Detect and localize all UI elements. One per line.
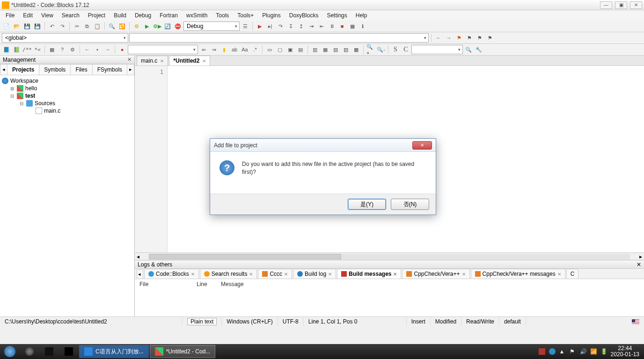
debug-next-instr-icon[interactable]: ⇥ — [307, 22, 316, 31]
menu-wxsmith[interactable]: wxSmith — [183, 11, 211, 20]
win4-icon[interactable]: ▨ — [341, 45, 351, 54]
tab-scroll-right[interactable]: ▸ — [127, 64, 134, 75]
save-icon[interactable]: 💾 — [22, 22, 32, 31]
debug-info-icon[interactable]: ℹ — [358, 22, 367, 31]
tray-up-icon[interactable]: ▲ — [559, 348, 566, 355]
cut-icon[interactable]: ✂ — [72, 22, 81, 31]
taskbar-item-nox[interactable] — [40, 345, 59, 358]
logs-tab-codeblocks[interactable]: Code::Blocks✕ — [144, 269, 199, 279]
taskbar-item-gear[interactable] — [20, 345, 39, 358]
menu-edit[interactable]: Edit — [19, 11, 37, 20]
tree-workspace[interactable]: Workspace — [2, 77, 132, 85]
match-case-icon[interactable]: Aa — [240, 45, 249, 54]
jump-back-icon[interactable]: ← — [82, 45, 92, 54]
new-file-icon[interactable]: 📄 — [2, 22, 11, 31]
win1-icon[interactable]: ▥ — [310, 45, 320, 54]
regex-icon[interactable]: .* — [250, 45, 260, 54]
editor-tab-main-c[interactable]: main.c ✕ — [137, 56, 168, 65]
highlight-icon[interactable]: ▮ — [220, 45, 229, 54]
menu-tools[interactable]: Tools — [212, 11, 233, 20]
save-all-icon[interactable]: 💾 — [33, 22, 42, 31]
replace-icon[interactable]: 🔁 — [117, 22, 127, 31]
tab-fsymbols[interactable]: FSymbols — [92, 64, 127, 75]
close-tab-icon[interactable]: ✕ — [160, 58, 164, 64]
search2-icon[interactable]: 🔍 — [464, 45, 473, 54]
taskbar-item-terminal[interactable] — [59, 345, 78, 358]
minimize-button[interactable]: — — [600, 1, 612, 9]
zoom-in-icon[interactable]: 🔍+ — [366, 45, 375, 54]
tab-symbols[interactable]: Symbols — [39, 64, 71, 75]
menu-file[interactable]: File — [2, 11, 18, 20]
management-close-icon[interactable]: ✕ — [127, 57, 132, 63]
scroll-right-icon[interactable]: ▸ — [637, 253, 644, 260]
copy-icon[interactable]: ⧉ — [82, 22, 92, 31]
close-button[interactable]: ✕ — [630, 1, 642, 9]
close-icon[interactable]: ✕ — [249, 272, 253, 277]
search-combo[interactable] — [128, 45, 198, 54]
logs-tab-buildmessages[interactable]: Build messages✕ — [337, 269, 401, 279]
debug-next-icon[interactable]: ↷ — [276, 22, 285, 31]
close-icon[interactable]: ✕ — [284, 272, 288, 277]
doxy-line-icon[interactable]: *< — [33, 45, 42, 54]
editor-hscrollbar[interactable]: ◂ ▸ — [135, 252, 644, 260]
menu-doxyblocks[interactable]: DoxyBlocks — [285, 11, 322, 20]
win5-icon[interactable]: ▩ — [351, 45, 361, 54]
rebuild-icon[interactable]: 🔄 — [163, 22, 172, 31]
undo-icon[interactable]: ↶ — [47, 22, 57, 31]
box1-icon[interactable]: ▢ — [275, 45, 285, 54]
scroll-left-icon[interactable]: ◂ — [135, 253, 141, 260]
status-filetype[interactable]: Plain text — [187, 318, 217, 325]
tab-scroll-left[interactable]: ◂ — [0, 64, 7, 75]
logs-close-icon[interactable]: ✕ — [637, 261, 641, 268]
debug-stop-icon[interactable]: ■ — [337, 22, 347, 31]
nav-back-icon[interactable]: ← — [434, 33, 443, 43]
bookmark-clear-icon[interactable]: ⚑ — [485, 33, 495, 43]
doxy-run-icon[interactable]: ▦ — [47, 45, 57, 54]
tree-project-hello[interactable]: ⊞ hello — [2, 85, 132, 92]
next-result-icon[interactable]: ⇒ — [209, 45, 219, 54]
close-tab-icon[interactable]: ✕ — [202, 58, 206, 64]
tree-project-test[interactable]: ⊟ test — [2, 92, 132, 100]
bookmark-prev-icon[interactable]: ⚑ — [465, 33, 474, 43]
scope-dropdown[interactable]: <global> — [2, 33, 128, 43]
logs-tab-buildlog[interactable]: Build log✕ — [293, 269, 336, 279]
win3-icon[interactable]: ▧ — [331, 45, 340, 54]
jump-fwd-icon[interactable]: → — [103, 45, 112, 54]
tray-flag-icon[interactable]: ⚑ — [570, 348, 576, 355]
tab-projects[interactable]: Projects — [7, 64, 39, 75]
build-run-icon[interactable]: ⚙▶ — [153, 22, 162, 31]
tree-folder-sources[interactable]: ⊟ Sources — [2, 100, 132, 107]
menu-view[interactable]: View — [37, 11, 57, 20]
debug-step-out-icon[interactable]: ↥ — [296, 22, 306, 31]
taskbar-item-codeblocks[interactable]: *Untitled2 - Cod... — [150, 345, 216, 358]
selected-text-icon[interactable]: ab — [230, 45, 239, 54]
run-icon[interactable]: ▶ — [142, 22, 152, 31]
start-button[interactable] — [0, 344, 20, 359]
debug-windows-icon[interactable]: ▦ — [348, 22, 357, 31]
tray-volume-icon[interactable]: 📶 — [590, 348, 597, 355]
doxy-extract-icon[interactable]: 📗 — [12, 45, 22, 54]
close-icon[interactable]: ✕ — [191, 272, 195, 277]
taskbar-item-wps[interactable]: C语言从入门到放... — [79, 345, 149, 358]
logs-tab-cppcheck2[interactable]: CppCheck/Vera++ messages✕ — [471, 269, 565, 279]
debug-start-icon[interactable]: ▶ — [255, 22, 264, 31]
menu-plugins[interactable]: Plugins — [258, 11, 284, 20]
win2-icon[interactable]: ▦ — [321, 45, 330, 54]
doxy-help-icon[interactable]: ? — [58, 45, 67, 54]
debug-step-in-icon[interactable]: ↧ — [286, 22, 295, 31]
tray-help-icon[interactable] — [549, 348, 556, 355]
wrench-icon[interactable]: 🔧 — [474, 45, 483, 54]
find-icon[interactable]: 🔍 — [107, 22, 117, 31]
letter-c-icon[interactable]: C — [401, 45, 410, 54]
doxy-block-icon[interactable]: /** — [22, 45, 32, 54]
open-icon[interactable]: 📂 — [12, 22, 22, 31]
maximize-button[interactable]: ▣ — [615, 1, 627, 9]
tray-ime-icon[interactable] — [539, 348, 545, 355]
extra-combo[interactable] — [411, 45, 463, 54]
menu-search[interactable]: Search — [58, 11, 83, 20]
abort-icon[interactable]: ⛔ — [173, 22, 183, 31]
lang-flag-icon[interactable] — [632, 319, 639, 324]
zoom-out-icon[interactable]: 🔍- — [376, 45, 386, 54]
scroll-thumb[interactable] — [149, 254, 341, 259]
bookmark-flag-icon[interactable]: ⚑ — [454, 33, 464, 43]
